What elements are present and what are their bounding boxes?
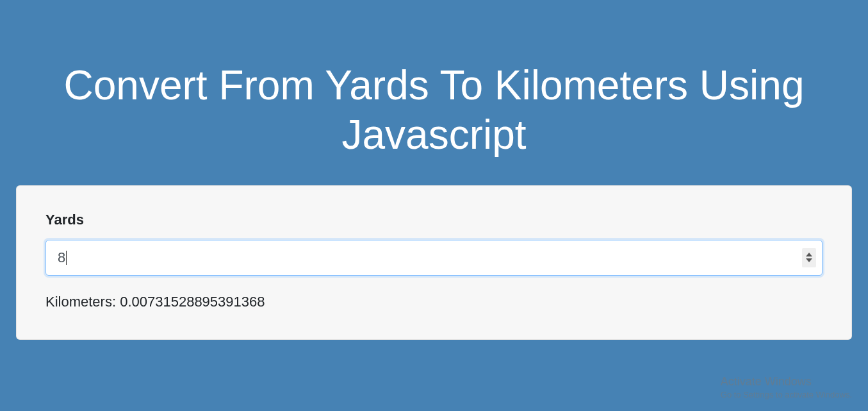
kilometers-result: Kilometers: 0.0073152889539136​8: [45, 294, 823, 310]
yards-input[interactable]: 8: [45, 240, 823, 276]
watermark-subtitle: Go to Settings to activate Windows.: [721, 390, 852, 399]
watermark-title: Activate Windows: [721, 375, 852, 389]
windows-activation-watermark: Activate Windows Go to Settings to activ…: [721, 375, 852, 399]
number-spinner: [802, 248, 816, 267]
chevron-down-icon[interactable]: [806, 258, 812, 262]
yards-input-wrapper: 8: [45, 240, 823, 276]
converter-card: Yards 8 Kilometers: 0.0073152889539136​8: [16, 185, 852, 340]
yards-label: Yards: [45, 212, 823, 228]
page-title: Convert From Yards To Kilometers Using J…: [16, 61, 852, 160]
text-cursor-icon: [66, 251, 67, 265]
chevron-up-icon[interactable]: [806, 253, 812, 256]
